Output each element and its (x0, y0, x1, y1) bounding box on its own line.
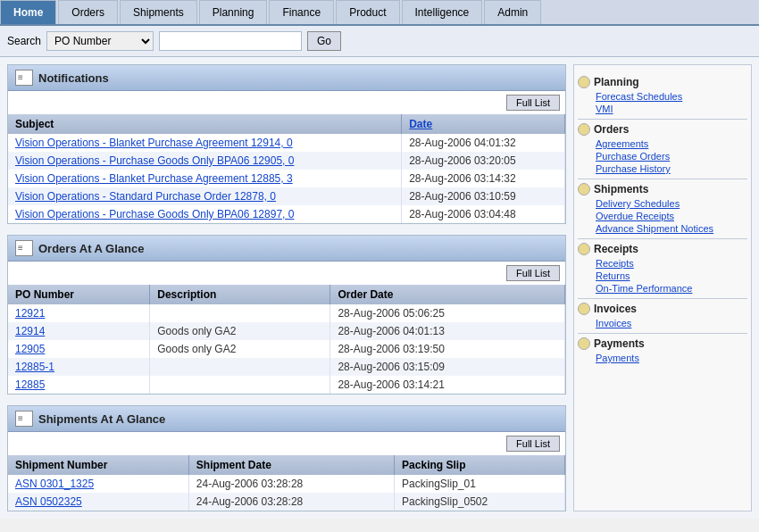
shipments-col-packing: Packing Slip (395, 455, 565, 475)
sidebar-link-purchase-history[interactable]: Purchase History (578, 162, 747, 175)
order-date: 28-Aug-2006 04:01:13 (330, 322, 565, 340)
sidebar-section-title: Receipts (594, 243, 638, 255)
order-description (150, 304, 330, 322)
tab-planning[interactable]: Planning (199, 0, 268, 24)
shipment-date: 24-Aug-2006 03:28:28 (188, 475, 394, 493)
notification-subject-link[interactable]: Vision Operations - Blanket Purchase Agr… (15, 137, 293, 149)
tab-home[interactable]: Home (0, 0, 56, 24)
orders-col-date: Order Date (330, 285, 565, 304)
orders-glance-header: Orders At A Glance (8, 236, 565, 262)
right-sidebar: Planning Forecast SchedulesVMI Orders Ag… (573, 64, 752, 511)
tab-finance[interactable]: Finance (269, 0, 334, 24)
shipment-number-link[interactable]: ASN 0502325 (15, 495, 82, 508)
sidebar-link-invoices[interactable]: Invoices (578, 317, 747, 329)
shipment-packing-slip: PackingSlip_0502 (395, 493, 565, 511)
sidebar-section-title: Planning (594, 76, 639, 88)
notification-subject-link[interactable]: Vision Operations - Purchase Goods Only … (15, 154, 294, 167)
orders-col-desc: Description (150, 285, 330, 304)
orders-glance-title: Orders At A Glance (38, 242, 144, 255)
notifications-table: Subject Date Vision Operations - Blanket… (8, 114, 565, 223)
sidebar-bullet (578, 243, 590, 255)
sidebar-divider (578, 119, 747, 120)
sidebar-link-advance-shipment-notices[interactable]: Advance Shipment Notices (578, 222, 747, 235)
shipments-glance-title: Shipments At A Glance (38, 412, 165, 426)
orders-glance-body: Full List PO Number Description Order Da… (8, 262, 565, 394)
shipments-row: ASN 0502325 24-Aug-2006 03:28:28 Packing… (8, 493, 565, 511)
notification-date: 28-Aug-2006 04:01:32 (402, 134, 565, 152)
order-po-number: 12885 (8, 376, 150, 394)
sidebar-section-header-payments: Payments (578, 337, 747, 350)
shipments-col-date: Shipment Date (188, 455, 394, 475)
sidebar-link-delivery-schedules[interactable]: Delivery Schedules (578, 197, 747, 210)
notification-subject-link[interactable]: Vision Operations - Purchase Goods Only … (15, 208, 294, 220)
sidebar-section-title: Invoices (594, 303, 637, 315)
order-po-link[interactable]: 12885-1 (15, 361, 54, 373)
shipments-row: ASN 0301_1325 24-Aug-2006 03:28:28 Packi… (8, 475, 565, 493)
search-type-select[interactable]: PO Number Order Number Shipment Number (46, 31, 154, 51)
order-description (150, 376, 330, 394)
notification-subject-link[interactable]: Vision Operations - Blanket Purchase Agr… (15, 172, 293, 185)
notification-date: 28-Aug-2006 03:20:05 (402, 152, 565, 170)
sidebar-link-receipts[interactable]: Receipts (578, 257, 747, 270)
notifications-table-header-row: Subject Date (8, 114, 565, 134)
order-po-link[interactable]: 12885 (15, 378, 45, 391)
top-navigation: Home Orders Shipments Planning Finance P… (0, 0, 759, 26)
sidebar-section-title: Shipments (594, 183, 648, 195)
search-input[interactable] (159, 31, 302, 51)
notifications-section: Notifications Full List Subject Date Vis… (7, 64, 566, 224)
shipments-table-header-row: Shipment Number Shipment Date Packing Sl… (8, 455, 565, 475)
search-go-button[interactable]: Go (307, 31, 341, 51)
shipments-glance-icon (15, 411, 33, 427)
notifications-row: Vision Operations - Blanket Purchase Agr… (8, 134, 565, 152)
orders-row: 12914 Goods only GA2 28-Aug-2006 04:01:1… (8, 322, 565, 340)
orders-full-list-button[interactable]: Full List (506, 265, 560, 281)
sidebar-bullet (578, 183, 590, 195)
notifications-row: Vision Operations - Standard Purchase Or… (8, 187, 565, 205)
sidebar-link-agreements[interactable]: Agreements (578, 137, 747, 150)
shipments-glance-body: Full List Shipment Number Shipment Date … (8, 432, 565, 511)
order-po-link[interactable]: 12914 (15, 325, 45, 337)
sidebar-section-header-shipments: Shipments (578, 183, 747, 195)
sidebar-bullet (578, 76, 590, 88)
notification-subject-link[interactable]: Vision Operations - Standard Purchase Or… (15, 190, 276, 203)
sidebar-link-vmi[interactable]: VMI (578, 103, 747, 115)
sidebar-link-overdue-receipts[interactable]: Overdue Receipts (578, 210, 747, 222)
orders-row: 12921 28-Aug-2006 05:06:25 (8, 304, 565, 322)
shipments-glance-section: Shipments At A Glance Full List Shipment… (7, 405, 566, 511)
notification-subject: Vision Operations - Blanket Purchase Agr… (8, 170, 402, 187)
notifications-col-subject: Subject (8, 114, 402, 134)
notifications-date-link[interactable]: Date (409, 118, 432, 130)
sidebar-link-payments[interactable]: Payments (578, 352, 747, 364)
sidebar-link-forecast-schedules[interactable]: Forecast Schedules (578, 90, 747, 103)
sidebar-link-on-time-performance[interactable]: On-Time Performance (578, 282, 747, 295)
tab-orders[interactable]: Orders (58, 0, 118, 24)
shipments-full-list-button[interactable]: Full List (506, 436, 560, 452)
orders-glance-icon (15, 240, 33, 256)
sidebar-link-returns[interactable]: Returns (578, 270, 747, 282)
notifications-title: Notifications (38, 71, 109, 85)
main-content: Notifications Full List Subject Date Vis… (0, 57, 759, 519)
orders-glance-section: Orders At A Glance Full List PO Number D… (7, 235, 566, 395)
tab-shipments[interactable]: Shipments (120, 0, 197, 24)
order-po-link[interactable]: 12921 (15, 307, 45, 320)
order-date: 28-Aug-2006 05:06:25 (330, 304, 565, 322)
order-po-link[interactable]: 12905 (15, 343, 45, 355)
orders-table-header-row: PO Number Description Order Date (8, 285, 565, 304)
shipment-date: 24-Aug-2006 03:28:28 (188, 493, 394, 511)
tab-intelligence[interactable]: Intelligence (402, 0, 483, 24)
order-po-number: 12905 (8, 340, 150, 358)
tab-product[interactable]: Product (336, 0, 399, 24)
orders-full-list-row: Full List (8, 262, 565, 285)
notification-subject: Vision Operations - Blanket Purchase Agr… (8, 134, 402, 152)
order-po-number: 12914 (8, 322, 150, 340)
shipment-number-link[interactable]: ASN 0301_1325 (15, 478, 94, 490)
sidebar-link-purchase-orders[interactable]: Purchase Orders (578, 150, 747, 162)
orders-col-po: PO Number (8, 285, 150, 304)
order-po-number: 12885-1 (8, 358, 150, 376)
shipment-number: ASN 0301_1325 (8, 475, 188, 493)
sidebar-section-header-invoices: Invoices (578, 303, 747, 315)
notifications-full-list-button[interactable]: Full List (506, 95, 560, 111)
orders-row: 12885-1 28-Aug-2006 03:15:09 (8, 358, 565, 376)
notifications-row: Vision Operations - Purchase Goods Only … (8, 205, 565, 223)
tab-admin[interactable]: Admin (484, 0, 541, 24)
